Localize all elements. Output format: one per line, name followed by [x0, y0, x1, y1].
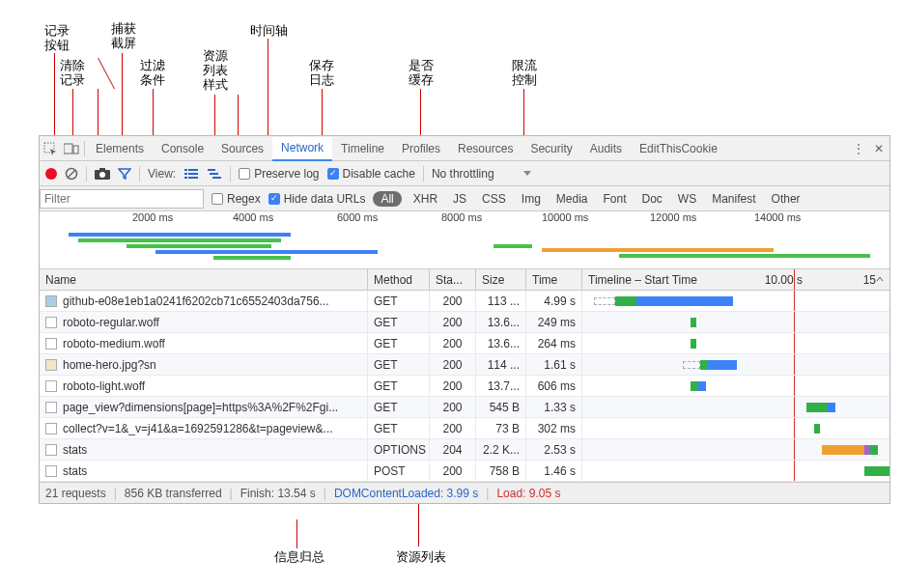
svg-rect-16 [212, 177, 221, 179]
view-waterfall-icon[interactable] [207, 167, 222, 181]
col-size[interactable]: Size [476, 269, 526, 290]
cell-method: GET [368, 312, 430, 332]
cell-name: home-hero.jpg?sn [63, 358, 156, 372]
more-menu-icon[interactable]: ⋮ [849, 142, 868, 155]
file-icon [45, 444, 57, 456]
cell-timeline [582, 312, 889, 332]
tab-console[interactable]: Console [153, 136, 212, 160]
table-row[interactable]: collect?v=1&_v=j41&a=1692591286&t=pagevi… [40, 418, 889, 439]
type-filter-other[interactable]: Other [768, 192, 804, 206]
filter-input[interactable] [40, 189, 204, 209]
tick: 12000 ms [650, 211, 696, 225]
anno-throttle: 限流 控制 [512, 58, 537, 87]
throttling-select[interactable]: No throttling [432, 167, 531, 181]
col-timeline-label: Timeline – Start Time [588, 273, 697, 287]
table-row[interactable]: github-e08e1eb1a0241f6202cb71c6552403da7… [40, 291, 889, 312]
cell-name: page_view?dimensions[page]=https%3A%2F%2… [63, 401, 338, 414]
summary-transferred: 856 KB transferred [125, 487, 222, 500]
preserve-log-checkbox[interactable]: Preserve log [239, 167, 319, 181]
view-list-icon[interactable] [183, 167, 199, 181]
disable-cache-checkbox[interactable]: Disable cache [327, 167, 415, 181]
type-filter-font[interactable]: Font [600, 192, 631, 206]
svg-rect-15 [210, 173, 218, 175]
cell-timeline [582, 354, 889, 375]
tab-audits[interactable]: Audits [581, 136, 631, 160]
col-method[interactable]: Method [368, 269, 430, 290]
col-timeline[interactable]: Timeline – Start Time 10.00 s 15 [582, 269, 889, 290]
col-name[interactable]: Name [40, 269, 368, 290]
view-label: View: [148, 167, 176, 181]
cell-name: stats [63, 443, 87, 457]
tab-security[interactable]: Security [522, 136, 580, 160]
record-button[interactable] [45, 168, 57, 180]
type-filter-ws[interactable]: WS [674, 192, 700, 206]
summary-dcl: DOMContentLoaded: 3.99 s [334, 487, 478, 500]
table-row[interactable]: stats POST 200 758 B 1.46 s [40, 461, 889, 482]
tab-sources[interactable]: Sources [212, 136, 272, 160]
cell-name: collect?v=1&_v=j41&a=1692591286&t=pagevi… [63, 422, 333, 435]
clear-log-icon[interactable] [65, 167, 78, 181]
tab-resources[interactable]: Resources [449, 136, 522, 160]
regex-checkbox[interactable]: Regex [212, 192, 261, 206]
type-filter-xhr[interactable]: XHR [409, 192, 441, 206]
tabbar: Elements Console Sources Network Timelin… [40, 136, 889, 161]
table-row[interactable]: home-hero.jpg?sn GET 200 114 ... 1.61 s [40, 354, 889, 376]
tab-network[interactable]: Network [272, 137, 332, 161]
anno-cache: 是否 缓存 [409, 58, 434, 87]
inspect-element-icon[interactable] [40, 136, 61, 160]
close-icon[interactable]: ✕ [868, 142, 889, 155]
summary-finish: Finish: 13.54 s [240, 487, 316, 500]
tick: 14000 ms [754, 211, 801, 225]
anno-filter-cond: 过滤 条件 [140, 58, 165, 87]
tab-elements[interactable]: Elements [87, 136, 153, 160]
type-filter-all[interactable]: All [373, 191, 401, 207]
svg-rect-11 [188, 173, 198, 175]
filter-toggle-icon[interactable] [118, 168, 131, 180]
type-filter-manifest[interactable]: Manifest [708, 192, 759, 206]
cell-time: 4.99 s [526, 291, 582, 311]
cell-size: 758 B [476, 461, 526, 481]
cell-status: 204 [430, 439, 476, 460]
file-icon [45, 317, 57, 328]
cell-size: 13.6... [476, 333, 526, 353]
cell-method: GET [368, 418, 430, 438]
cell-timeline [582, 461, 889, 481]
tab-profiles[interactable]: Profiles [393, 136, 449, 160]
cell-size: 13.6... [476, 312, 526, 332]
cell-size: 113 ... [476, 291, 526, 311]
device-toggle-icon[interactable] [61, 136, 82, 160]
type-filter-css[interactable]: CSS [478, 192, 510, 206]
type-filter-doc[interactable]: Doc [638, 192, 666, 206]
timeline-overview[interactable]: 2000 ms 4000 ms 6000 ms 8000 ms 10000 ms… [40, 211, 889, 269]
type-filter-media[interactable]: Media [552, 192, 592, 206]
disable-cache-label: Disable cache [343, 167, 415, 181]
cell-size: 73 B [476, 418, 526, 438]
summary-requests: 21 requests [45, 487, 106, 500]
type-filter-img[interactable]: Img [518, 192, 545, 206]
cell-timeline [582, 418, 889, 438]
hide-data-urls-checkbox[interactable]: Hide data URLs [268, 192, 366, 206]
cell-name: stats [63, 464, 87, 478]
tab-editthiscookie[interactable]: EditThisCookie [631, 136, 726, 160]
table-row[interactable]: roboto-light.woff GET 200 13.7... 606 ms [40, 376, 889, 397]
cell-size: 13.7... [476, 376, 526, 396]
tab-timeline[interactable]: Timeline [332, 136, 393, 160]
col-time[interactable]: Time [526, 269, 582, 290]
cell-time: 302 ms [526, 418, 582, 438]
cell-status: 200 [430, 312, 476, 332]
svg-rect-13 [188, 177, 198, 179]
cell-method: GET [368, 397, 430, 417]
svg-rect-14 [208, 169, 215, 171]
table-row[interactable]: roboto-medium.woff GET 200 13.6... 264 m… [40, 333, 889, 354]
table-row[interactable]: stats OPTIONS 204 2.2 K... 2.53 s [40, 439, 889, 461]
capture-screenshot-icon[interactable] [95, 168, 110, 180]
file-icon [45, 423, 57, 434]
cell-status: 200 [430, 376, 476, 396]
col-status[interactable]: Sta... [430, 269, 476, 290]
type-filter-js[interactable]: JS [449, 192, 470, 206]
table-row[interactable]: page_view?dimensions[page]=https%3A%2F%2… [40, 397, 889, 418]
anno-clear: 清除 记录 [60, 58, 85, 87]
cell-method: OPTIONS [368, 439, 430, 460]
table-row[interactable]: roboto-regular.woff GET 200 13.6... 249 … [40, 312, 889, 333]
cell-name: roboto-medium.woff [63, 337, 165, 350]
